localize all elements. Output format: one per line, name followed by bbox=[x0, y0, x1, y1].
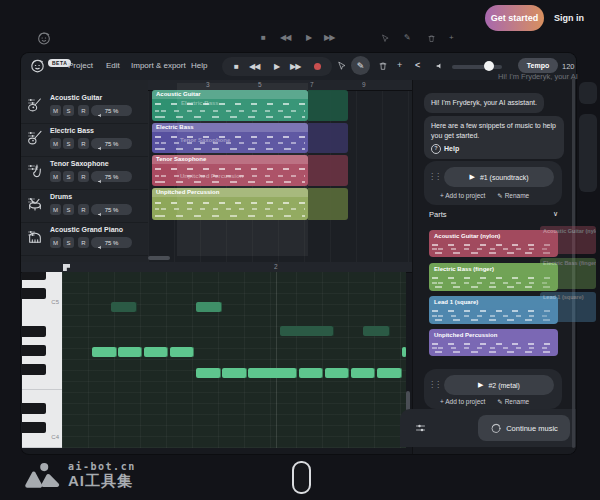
black-key[interactable] bbox=[22, 345, 46, 356]
menu-import-export[interactable]: Import & export bbox=[131, 61, 186, 70]
app-toolbar: BETA Project Edit Import & export Help ■… bbox=[21, 53, 576, 81]
midi-note[interactable] bbox=[118, 347, 142, 357]
drag-handle-icon[interactable]: ⋮⋮ bbox=[428, 380, 440, 389]
track-settings-icon[interactable] bbox=[27, 130, 36, 139]
tempo-button[interactable]: Tempo bbox=[518, 58, 558, 73]
menu-edit[interactable]: Edit bbox=[106, 61, 120, 70]
record-arm-button[interactable]: R bbox=[78, 237, 89, 248]
solo-button[interactable]: S bbox=[63, 237, 74, 248]
black-key[interactable] bbox=[22, 288, 46, 299]
midi-note[interactable] bbox=[377, 368, 402, 378]
track-volume-control[interactable]: 75 % bbox=[91, 204, 132, 215]
midi-note[interactable] bbox=[170, 347, 194, 357]
midi-note[interactable] bbox=[299, 368, 323, 378]
solo-button[interactable]: S bbox=[63, 204, 74, 215]
midi-note[interactable] bbox=[144, 347, 168, 357]
mute-button[interactable]: M bbox=[50, 138, 61, 149]
track-settings-icon[interactable] bbox=[27, 229, 36, 238]
midi-note[interactable] bbox=[280, 326, 334, 336]
part-chip-unpitched-percussion[interactable]: Unpitched Percussion bbox=[429, 329, 558, 356]
volume-slider-knob[interactable] bbox=[484, 61, 494, 71]
cursor-tool-icon[interactable] bbox=[337, 61, 347, 71]
mute-button[interactable]: M bbox=[50, 237, 61, 248]
solo-button[interactable]: S bbox=[63, 138, 74, 149]
midi-note[interactable] bbox=[325, 368, 349, 378]
help-link[interactable]: ? Help bbox=[431, 144, 557, 154]
play-button[interactable]: ▶ bbox=[274, 62, 279, 71]
parts-toggle[interactable]: Parts ∨ bbox=[429, 210, 558, 219]
track-volume-control[interactable]: 75 % bbox=[91, 171, 132, 182]
solo-button[interactable]: S bbox=[63, 171, 74, 182]
speaker-icon[interactable] bbox=[435, 61, 445, 71]
mute-button[interactable]: M bbox=[50, 105, 61, 116]
track-volume-control[interactable]: 75 % bbox=[91, 105, 132, 116]
black-key[interactable] bbox=[22, 403, 46, 414]
volume-slider[interactable] bbox=[452, 65, 502, 69]
mute-button[interactable]: M bbox=[50, 171, 61, 182]
menu-help[interactable]: Help bbox=[191, 61, 207, 70]
sliders-icon[interactable] bbox=[414, 422, 427, 434]
arrangement-area[interactable]: 3 5 7 9 Acoustic Guitar Electric Bass Te… bbox=[148, 80, 412, 262]
track-volume-control[interactable]: 75 % bbox=[91, 237, 132, 248]
solo-button[interactable]: S bbox=[63, 105, 74, 116]
logo-face-icon[interactable] bbox=[29, 57, 46, 74]
get-started-button[interactable]: Get started bbox=[485, 5, 544, 31]
record-arm-button[interactable]: R bbox=[78, 204, 89, 215]
midi-note[interactable] bbox=[196, 302, 222, 312]
black-key[interactable] bbox=[22, 364, 46, 375]
drag-handle-icon[interactable]: ⋮⋮ bbox=[428, 172, 440, 181]
midi-note[interactable] bbox=[92, 347, 117, 357]
track-settings-icon[interactable] bbox=[27, 163, 36, 172]
track-row-electric-bass[interactable]: Electric BassMSR75 % bbox=[21, 123, 148, 157]
horizontal-scrollbar[interactable] bbox=[148, 256, 170, 260]
track-row-tenor-saxophone[interactable]: Tenor SaxophoneMSR75 % bbox=[21, 156, 148, 190]
part-chip-lead-1[interactable]: Lead 1 (square) bbox=[429, 296, 558, 324]
rewind-button[interactable]: ◀◀ bbox=[249, 62, 259, 71]
part-chip-electric-bass[interactable]: Electric Bass (finger) bbox=[429, 263, 558, 291]
record-arm-button[interactable]: R bbox=[78, 105, 89, 116]
piano-keyboard[interactable]: C5C4 bbox=[22, 272, 62, 448]
add-to-project-button[interactable]: + Add to project bbox=[440, 398, 485, 406]
sign-in-link[interactable]: Sign in bbox=[554, 13, 584, 23]
plus-tool-icon[interactable]: + bbox=[397, 60, 402, 70]
track-settings-icon[interactable] bbox=[27, 196, 36, 205]
track-row-acoustic-guitar[interactable]: Acoustic GuitarMSR75 % bbox=[21, 90, 148, 124]
mute-button[interactable]: M bbox=[50, 204, 61, 215]
track-volume-control[interactable]: 75 % bbox=[91, 138, 132, 149]
record-arm-button[interactable]: R bbox=[78, 138, 89, 149]
pencil-tool-button[interactable]: ✎ bbox=[351, 56, 370, 75]
share-icon[interactable]: < bbox=[415, 60, 420, 70]
continue-music-label: Continue music bbox=[506, 424, 558, 433]
part-chip-acoustic-guitar[interactable]: Acoustic Guitar (nylon) bbox=[429, 230, 558, 257]
black-key[interactable] bbox=[22, 422, 46, 433]
midi-note[interactable] bbox=[248, 368, 297, 378]
forward-button[interactable]: ▶▶ bbox=[290, 62, 300, 71]
marker-flag-icon[interactable] bbox=[63, 264, 70, 271]
snippet-2-play-button[interactable]: ▶ #2 (metal) bbox=[444, 375, 554, 395]
record-button[interactable] bbox=[314, 63, 321, 70]
menu-project[interactable]: Project bbox=[68, 61, 93, 70]
ghost-stop-icon: ■ bbox=[261, 33, 266, 42]
track-row-acoustic-grand-piano[interactable]: Acoustic Grand PianoMSR75 % bbox=[21, 222, 148, 256]
midi-note[interactable] bbox=[363, 326, 390, 336]
snippet-1-play-button[interactable]: ▶ #1 (soundtrack) bbox=[444, 167, 554, 187]
track-row-drums[interactable]: DrumsMSR75 % bbox=[21, 189, 148, 223]
midi-note[interactable] bbox=[196, 368, 221, 378]
piano-roll-grid[interactable] bbox=[62, 272, 406, 448]
watermark-domain: ai-bot.cn bbox=[68, 461, 136, 472]
add-to-project-button[interactable]: + Add to project bbox=[440, 192, 485, 200]
rename-button[interactable]: ✎ Rename bbox=[497, 192, 529, 200]
rename-button[interactable]: ✎ Rename bbox=[497, 398, 529, 406]
black-key[interactable] bbox=[22, 272, 46, 280]
stop-button[interactable]: ■ bbox=[234, 62, 238, 71]
record-arm-button[interactable]: R bbox=[78, 171, 89, 182]
midi-note[interactable] bbox=[111, 302, 137, 312]
midi-note[interactable] bbox=[222, 368, 247, 378]
continue-music-button[interactable]: Continue music bbox=[478, 415, 570, 441]
midi-note[interactable] bbox=[351, 368, 375, 378]
midi-note[interactable] bbox=[402, 347, 406, 357]
black-key[interactable] bbox=[22, 326, 46, 337]
track-settings-icon[interactable] bbox=[27, 97, 36, 106]
part-chip-label: Unpitched Percussion bbox=[434, 332, 497, 338]
trash-icon[interactable] bbox=[378, 61, 388, 71]
